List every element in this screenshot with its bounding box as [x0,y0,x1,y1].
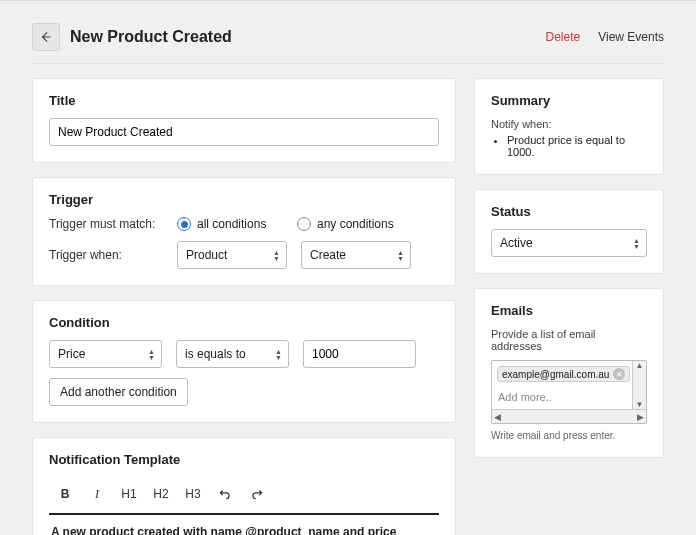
trigger-entity-select[interactable]: Product ▲▼ [177,241,287,269]
trigger-heading: Trigger [49,192,439,207]
view-events-link[interactable]: View Events [598,30,664,44]
caret-icon: ▲▼ [633,238,640,249]
redo-button[interactable] [243,483,271,505]
bold-button[interactable]: B [51,483,79,505]
condition-value-input[interactable] [303,340,416,368]
editor-toolbar: B I H1 H2 H3 [49,477,439,515]
page-header: New Product Created Delete View Events [0,0,696,63]
undo-icon [218,487,232,501]
title-heading: Title [49,93,439,108]
back-button[interactable] [32,23,60,51]
h3-button[interactable]: H3 [179,483,207,505]
when-label: Trigger when: [49,248,177,262]
condition-field-select[interactable]: Price ▲▼ [49,340,162,368]
radio-icon [177,217,191,231]
status-card: Status Active ▲▼ [474,189,664,274]
email-tag: example@gmail.com.au ✕ [497,366,630,382]
select-value: Create [310,248,346,262]
redo-icon [250,487,264,501]
title-input[interactable] [49,118,439,146]
radio-icon [297,217,311,231]
select-value: is equals to [185,347,246,361]
radio-all-label: all conditions [197,217,266,231]
h1-button[interactable]: H1 [115,483,143,505]
add-condition-button[interactable]: Add another condition [49,378,188,406]
caret-icon: ▲▼ [397,250,404,261]
divider [32,63,664,64]
caret-icon: ▲▼ [273,250,280,261]
undo-button[interactable] [211,483,239,505]
h2-button[interactable]: H2 [147,483,175,505]
caret-icon: ▲▼ [275,349,282,360]
select-value: Active [500,236,533,250]
emails-heading: Emails [491,303,647,318]
title-card: Title [32,78,456,163]
summary-card: Summary Notify when: Product price is eq… [474,78,664,175]
condition-card: Condition Price ▲▼ is equals to ▲▼ Add a… [32,300,456,423]
italic-button[interactable]: I [83,483,111,505]
emails-sublabel: Provide a list of email addresses [491,328,647,352]
emails-card: Emails Provide a list of email addresses… [474,288,664,458]
summary-item: Product price is equal to 1000. [507,134,647,158]
select-value: Price [58,347,85,361]
email-tag-remove[interactable]: ✕ [613,368,625,380]
radio-any-conditions[interactable]: any conditions [297,217,417,231]
match-label: Trigger must match: [49,217,177,231]
emails-input-box[interactable]: example@gmail.com.au ✕ Add more.. ◀▶ ▲▼ [491,360,647,424]
caret-icon: ▲▼ [148,349,155,360]
emails-hint: Write email and press enter. [491,430,647,441]
summary-heading: Summary [491,93,647,108]
template-heading: Notification Template [49,452,439,467]
trigger-action-select[interactable]: Create ▲▼ [301,241,411,269]
status-heading: Status [491,204,647,219]
arrow-left-icon [39,30,53,44]
condition-operator-select[interactable]: is equals to ▲▼ [176,340,289,368]
page-title: New Product Created [70,28,232,46]
email-addmore-placeholder[interactable]: Add more.. [492,387,646,409]
select-value: Product [186,248,227,262]
template-editor[interactable]: A new product created with name @product… [49,525,439,535]
scrollbar-horizontal[interactable]: ◀▶ [492,409,646,423]
radio-any-label: any conditions [317,217,394,231]
email-tag-text: example@gmail.com.au [502,369,609,380]
status-select[interactable]: Active ▲▼ [491,229,647,257]
delete-link[interactable]: Delete [546,30,581,44]
scrollbar-vertical[interactable]: ▲▼ [632,361,646,409]
trigger-card: Trigger Trigger must match: all conditio… [32,177,456,286]
notification-template-card: Notification Template B I H1 H2 H3 A new… [32,437,456,535]
summary-subtitle: Notify when: [491,118,647,130]
radio-all-conditions[interactable]: all conditions [177,217,297,231]
condition-heading: Condition [49,315,439,330]
